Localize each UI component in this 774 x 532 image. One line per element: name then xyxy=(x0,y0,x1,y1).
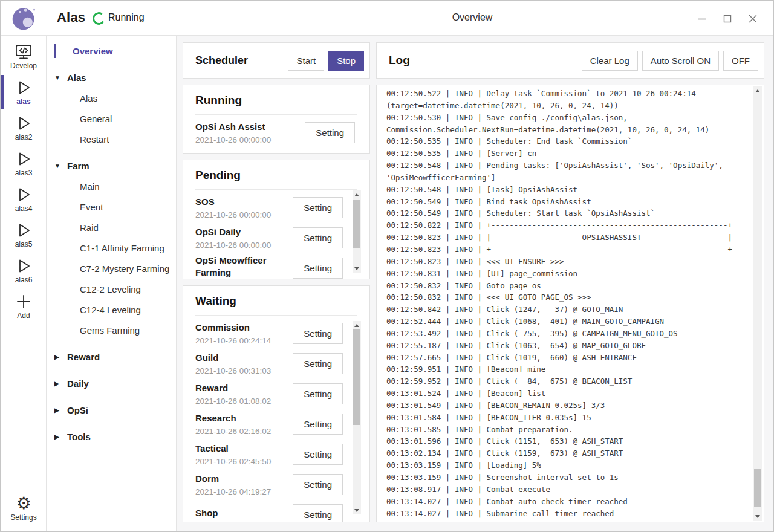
clear-log-button[interactable]: Clear Log xyxy=(582,51,638,71)
nav-item[interactable]: Gems Farming xyxy=(54,320,176,340)
instance-rail: Develop alas alas2 alas3 alas4 xyxy=(1,36,47,531)
log-line: 00:13:03.159 | INFO | [Loading] 5% xyxy=(386,459,750,472)
log-line: 00:12:50.548 | INFO | [Task] OpsiAshAssi… xyxy=(386,184,750,196)
rail-item-develop[interactable]: Develop xyxy=(1,39,46,74)
nav-item[interactable]: C12-4 Leveling xyxy=(54,299,176,320)
task-time: 2021-10-26 00:24:14 xyxy=(195,336,293,345)
nav-item-label: Restart xyxy=(80,134,109,144)
nav-item[interactable]: C7-2 Mystery Farming xyxy=(54,258,176,279)
rail-item-alas4[interactable]: alas4 xyxy=(1,181,46,217)
scroll-up-arrow-icon[interactable] xyxy=(753,86,762,95)
scrollbar[interactable] xyxy=(353,321,361,514)
task-name: SOS xyxy=(195,196,286,208)
rail-item-alas[interactable]: alas xyxy=(1,74,46,110)
rail-item-label: alas3 xyxy=(1,169,46,177)
task-time: 2021-10-26 00:31:03 xyxy=(195,366,293,375)
rail-item-alas5[interactable]: alas5 xyxy=(1,217,46,253)
scrollbar-thumb[interactable] xyxy=(754,469,761,507)
stop-button[interactable]: Stop xyxy=(328,51,364,71)
rail-item-label: Settings xyxy=(1,513,46,522)
scroll-down-arrow-icon[interactable] xyxy=(353,506,361,514)
scroll-up-arrow-icon[interactable] xyxy=(353,190,361,199)
nav-item[interactable]: Tools xyxy=(54,426,176,447)
waiting-list: Commission 2021-10-26 00:24:14 Setting G… xyxy=(195,318,357,522)
nav-item[interactable]: Alas xyxy=(54,88,176,108)
log-line: 'OpsiMeowfficerFarming'] xyxy=(386,172,750,184)
task-row: Dorm 2021-10-26 04:19:27 Setting xyxy=(195,469,357,499)
scroll-up-arrow-icon[interactable] xyxy=(353,321,361,329)
log-line: 00:13:02.134 | INFO | Click (1159, 673) … xyxy=(386,447,750,459)
nav-item-label: Event xyxy=(80,202,103,212)
close-button[interactable] xyxy=(740,7,766,31)
nav-item[interactable]: Farm xyxy=(54,155,176,176)
auto-scroll-off-button[interactable]: OFF xyxy=(723,51,758,71)
nav-item-label: Reward xyxy=(67,352,100,362)
scrollbar-thumb[interactable] xyxy=(353,200,360,248)
log-line: 00:12:50.522 | INFO | Delay task `Commis… xyxy=(386,88,750,100)
log-line: 00:13:01.584 | INFO | [BEACON_TIER 0.035… xyxy=(386,412,750,424)
setting-button[interactable]: Setting xyxy=(293,414,343,435)
nav-item[interactable]: C1-1 Affinity Farming xyxy=(54,238,176,258)
rail-item-settings[interactable]: ⚙ Settings xyxy=(1,491,46,531)
setting-button[interactable]: Setting xyxy=(293,504,343,523)
task-time: 2021-10-26 04:19:27 xyxy=(195,487,293,496)
play-icon xyxy=(1,113,46,133)
setting-button[interactable]: Setting xyxy=(293,383,343,404)
divider xyxy=(195,315,357,316)
nav-item[interactable]: Main xyxy=(54,176,176,196)
log-line: 00:12:50.530 | INFO | Save config ./conf… xyxy=(386,112,750,124)
play-icon xyxy=(1,184,46,204)
running-list: OpSi Ash Assist 2021-10-26 00:00:00 Sett… xyxy=(195,117,357,148)
log-line: 00:12:50.535 | INFO | [Server] cn xyxy=(386,148,750,160)
setting-button[interactable]: Setting xyxy=(293,323,343,344)
log-line: 00:12:52.444 | INFO | Click (1068, 401) … xyxy=(386,316,750,328)
status-text: Running xyxy=(108,12,145,23)
rail-item-alas2[interactable]: alas2 xyxy=(1,110,46,146)
task-name: Dorm xyxy=(195,473,286,485)
nav-item[interactable]: C12-2 Leveling xyxy=(54,279,176,299)
scheduler-card: Scheduler Start Stop xyxy=(183,42,370,79)
nav-item[interactable]: Overview xyxy=(54,41,176,61)
nav-item[interactable]: Reward xyxy=(54,346,176,367)
start-button[interactable]: Start xyxy=(288,51,324,71)
nav-item[interactable]: Alas xyxy=(54,67,176,88)
nav-item-label: General xyxy=(80,114,112,124)
setting-button[interactable]: Setting xyxy=(293,353,343,374)
scroll-down-arrow-icon[interactable] xyxy=(353,264,361,273)
scrollbar[interactable] xyxy=(353,190,361,273)
setting-button[interactable]: Setting xyxy=(293,474,343,495)
play-icon xyxy=(1,220,46,240)
nav-item[interactable]: General xyxy=(54,108,176,129)
log-line: 00:12:50.823 | INFO | +-----------------… xyxy=(386,244,750,256)
setting-button[interactable]: Setting xyxy=(293,258,343,279)
log-output[interactable]: 00:12:50.522 | INFO | Delay task `Commis… xyxy=(386,88,750,522)
nav-item[interactable]: Event xyxy=(54,196,176,217)
scroll-down-arrow-icon[interactable] xyxy=(753,512,762,521)
setting-button[interactable]: Setting xyxy=(293,444,343,465)
nav-item[interactable]: OpSi xyxy=(54,400,176,420)
minimize-button[interactable] xyxy=(689,7,715,31)
log-line: 00:13:01.524 | INFO | [Beacon] list xyxy=(386,388,750,400)
setting-button[interactable]: Setting xyxy=(305,122,355,143)
rail-item-add[interactable]: Add xyxy=(1,288,46,324)
log-line: 00:12:50.548 | INFO | Pending tasks: ['O… xyxy=(386,160,750,172)
nav-arrow-icon xyxy=(54,74,67,81)
task-name: Tactical xyxy=(195,443,286,455)
log-line: 00:12:53.492 | INFO | Click ( 755, 395) … xyxy=(386,328,750,340)
nav-item-label: OpSi xyxy=(67,405,88,415)
maximize-button[interactable] xyxy=(715,7,740,31)
nav-item[interactable]: Restart xyxy=(54,129,176,149)
setting-button[interactable]: Setting xyxy=(293,197,343,218)
scrollbar-thumb[interactable] xyxy=(353,329,360,425)
rail-item-alas6[interactable]: alas6 xyxy=(1,253,46,288)
auto-scroll-on-button[interactable]: Auto Scroll ON xyxy=(642,51,719,71)
running-card: Running OpSi Ash Assist 2021-10-26 00:00… xyxy=(183,85,370,154)
task-row: OpSi Meowfficer Farming Setting xyxy=(195,253,357,279)
log-line: 00:12:55.187 | INFO | Click (1063, 654) … xyxy=(386,340,750,352)
scrollbar[interactable] xyxy=(753,86,762,521)
nav-item[interactable]: Raid xyxy=(54,217,176,238)
setting-button[interactable]: Setting xyxy=(293,227,343,248)
nav-item[interactable]: Daily xyxy=(54,373,176,394)
log-line: 00:12:50.549 | INFO | Scheduler: Start t… xyxy=(386,207,750,219)
rail-item-alas3[interactable]: alas3 xyxy=(1,146,46,181)
